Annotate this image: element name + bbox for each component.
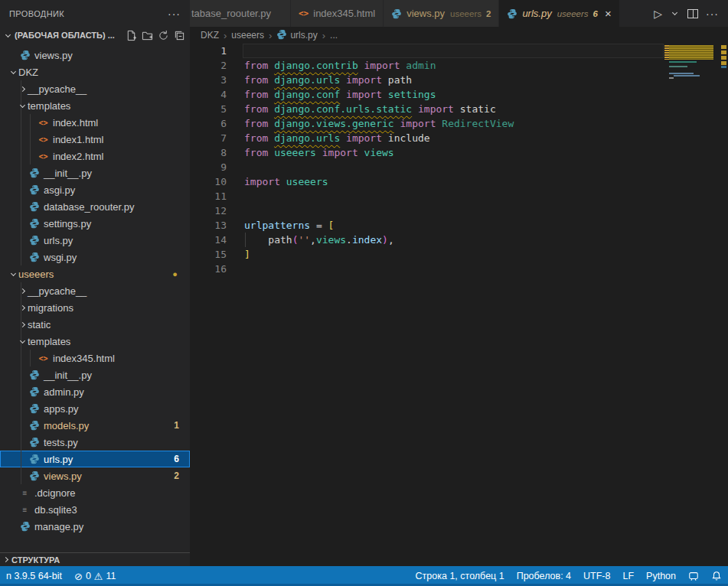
- close-icon[interactable]: ×: [605, 8, 612, 19]
- outline-section-header[interactable]: СТРУКТУРА: [0, 552, 190, 566]
- code-editor[interactable]: 12from django.contrib import admin3from …: [190, 44, 728, 566]
- breadcrumb-symbol[interactable]: ...: [330, 30, 338, 41]
- tree-folder-__pycache__[interactable]: __pycache__: [0, 80, 190, 97]
- errors-icon: ⊘: [74, 571, 83, 582]
- python-icon: [29, 454, 40, 464]
- breadcrumb-folder[interactable]: DKZ: [201, 30, 219, 41]
- tree-item-apps.py[interactable]: apps.py: [0, 400, 190, 417]
- code-line-16[interactable]: 16: [190, 262, 728, 276]
- tree-item-settings.py[interactable]: settings.py: [0, 215, 190, 232]
- indent-guide: [21, 417, 21, 434]
- tree-item-admin.py[interactable]: admin.py: [0, 383, 190, 400]
- tree-item-label: DKZ: [18, 67, 38, 78]
- code-line-1[interactable]: 1: [190, 44, 728, 58]
- notifications-bell-icon[interactable]: [705, 571, 728, 581]
- tree-item-asgi.py[interactable]: asgi.py: [0, 181, 190, 198]
- tree-item-index.html[interactable]: <>index.html: [0, 114, 190, 131]
- code-line-5[interactable]: 5from django.conf.urls.static import sta…: [190, 102, 728, 116]
- code-line-10[interactable]: 10import useeers: [190, 174, 728, 189]
- line-number: 14: [190, 233, 227, 247]
- tree-item-index2.html[interactable]: <>index2.html: [0, 148, 190, 164]
- tab-index345.html[interactable]: <>index345.html: [291, 0, 383, 27]
- tree-item-label: manage.py: [34, 521, 83, 532]
- tree-item-__init__.py[interactable]: __init__.py: [0, 164, 190, 181]
- tree-item-index1.html[interactable]: <>index1.html: [0, 131, 190, 148]
- tree-item-views.py[interactable]: views.py2: [0, 467, 190, 484]
- feedback-icon[interactable]: [682, 571, 705, 581]
- tab-views.py[interactable]: views.pyuseeers2: [384, 0, 498, 27]
- overview-ruler[interactable]: [720, 44, 728, 566]
- tree-item-wsgi.py[interactable]: wsgi.py: [0, 249, 190, 265]
- run-dropdown-icon[interactable]: [672, 10, 677, 15]
- tab-problems-badge: 2: [486, 9, 491, 18]
- code-line-2[interactable]: 2from django.contrib import admin: [190, 58, 728, 73]
- line-content: from django.views.generic import Redirec…: [244, 116, 514, 131]
- tree-folder-migrations[interactable]: migrations: [0, 299, 190, 316]
- tree-item-__init__.py[interactable]: __init__.py: [0, 366, 190, 383]
- python-interpreter-item[interactable]: n 3.9.5 64-bit: [0, 571, 68, 581]
- tree-item-models.py[interactable]: models.py1: [0, 417, 190, 434]
- tree-folder-__pycache__[interactable]: __pycache__: [0, 282, 190, 299]
- code-line-6[interactable]: 6from django.views.generic import Redire…: [190, 116, 728, 131]
- errors-count: 0: [86, 571, 91, 581]
- warnings-count: 11: [106, 571, 116, 581]
- tab-tabase_roouter.py[interactable]: tabase_roouter.py: [190, 0, 290, 27]
- file-icon: ≡: [18, 506, 31, 514]
- tree-item-label: database_roouter.py: [44, 201, 135, 213]
- run-button[interactable]: ▷: [654, 8, 662, 20]
- new-file-icon[interactable]: [126, 30, 137, 41]
- code-line-7[interactable]: 7from django.urls import include: [190, 131, 728, 145]
- tree-item-.dcignore[interactable]: ≡.dcignore: [0, 484, 190, 501]
- collapse-all-icon[interactable]: [174, 30, 185, 41]
- tree-item-index345.html[interactable]: <>index345.html: [0, 350, 190, 366]
- code-line-4[interactable]: 4from django.conf import settings: [190, 87, 728, 102]
- indent-guide: [30, 350, 31, 366]
- tree-item-manage.py[interactable]: manage.py: [0, 518, 190, 535]
- tab-urls.py[interactable]: urls.pyuseeers6×: [499, 0, 619, 27]
- tree-item-db.sqlite3[interactable]: ≡db.sqlite3: [0, 501, 190, 518]
- tree-item-label: index.html: [53, 117, 98, 129]
- workspace-section-header[interactable]: (РАБОЧАЯ ОБЛАСТЬ) ...: [0, 27, 190, 44]
- problems-item[interactable]: ⊘ 0 ⚠ 11: [68, 571, 122, 582]
- tree-folder-templates[interactable]: templates: [0, 97, 190, 114]
- new-folder-icon[interactable]: [142, 30, 153, 41]
- code-line-9[interactable]: 9: [190, 160, 728, 174]
- code-line-14[interactable]: 14 path('',views.index),: [190, 233, 728, 247]
- editor-more-icon[interactable]: ···: [706, 8, 719, 20]
- code-line-12[interactable]: 12: [190, 203, 728, 218]
- line-content: from django.contrib import admin: [244, 58, 436, 73]
- tree-folder-templates[interactable]: templates: [0, 333, 190, 350]
- refresh-icon[interactable]: [158, 30, 169, 41]
- line-content: from django.urls import include: [244, 131, 430, 145]
- explorer-more-icon[interactable]: ···: [168, 8, 181, 20]
- vscode-window: ПРОВОДНИК ··· (РАБОЧАЯ ОБЛАСТЬ) ... view…: [0, 0, 728, 586]
- breadcrumb-file[interactable]: urls.py: [276, 29, 317, 42]
- tree-item-database_roouter.py[interactable]: database_roouter.py: [0, 198, 190, 215]
- tree-item-tests.py[interactable]: tests.py: [0, 434, 190, 451]
- folder-twistie: [17, 323, 28, 327]
- line-content: import useeers: [244, 174, 328, 189]
- tree-folder-DKZ[interactable]: DKZ: [0, 63, 190, 80]
- code-line-11[interactable]: 11: [190, 189, 728, 203]
- split-editor-icon[interactable]: [687, 9, 698, 18]
- minimap[interactable]: [664, 44, 720, 566]
- code-line-8[interactable]: 8from useeers import views: [190, 145, 728, 160]
- tree-folder-static[interactable]: static: [0, 316, 190, 333]
- encoding-item[interactable]: UTF-8: [577, 571, 616, 581]
- tree-item-label: __init__.py: [44, 370, 92, 381]
- language-mode-item[interactable]: Python: [640, 571, 682, 581]
- tree-folder-useeers[interactable]: useeers●: [0, 265, 190, 282]
- code-line-15[interactable]: 15]: [190, 247, 728, 262]
- code-line-13[interactable]: 13urlpatterns = [: [190, 218, 728, 233]
- tree-item-label: tests.py: [44, 437, 78, 448]
- modified-dot-badge: ●: [172, 269, 190, 278]
- tree-item-urls.py[interactable]: urls.py6: [0, 451, 190, 467]
- cursor-position-item[interactable]: Строка 1, столбец 1: [410, 571, 511, 581]
- breadcrumb-folder[interactable]: useeers: [231, 30, 264, 41]
- indentation-item[interactable]: Пробелов: 4: [511, 571, 577, 581]
- code-line-3[interactable]: 3from django.urls import path: [190, 73, 728, 87]
- tree-item-views.py[interactable]: views.py: [0, 47, 190, 63]
- tree-item-urls.py[interactable]: urls.py: [0, 232, 190, 249]
- python-icon: [29, 252, 40, 262]
- eol-item[interactable]: LF: [616, 571, 640, 581]
